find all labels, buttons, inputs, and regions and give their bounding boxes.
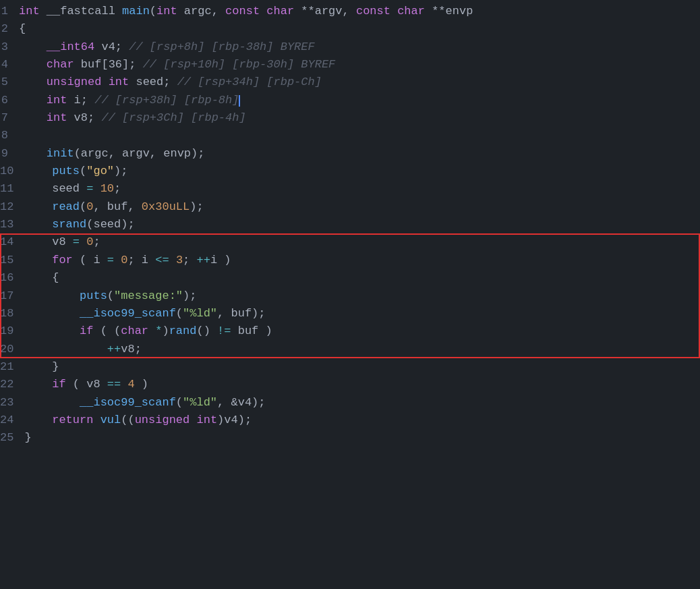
- line-number: 21: [0, 358, 24, 376]
- token-plain: ( (: [93, 325, 121, 337]
- token-kw: int: [47, 111, 67, 124]
- token-plain: seed;: [129, 76, 177, 88]
- token-plain: ((: [121, 414, 134, 426]
- token-comment: // [rsp+38h] [rbp-8h]: [94, 94, 239, 107]
- token-plain: [121, 378, 127, 391]
- line-number: 5: [0, 74, 19, 91]
- line-number: 14: [0, 233, 24, 251]
- token-plain: [19, 58, 47, 71]
- line-content: v8 = 0;: [24, 233, 700, 251]
- token-kw: unsigned: [47, 76, 102, 88]
- token-plain: }: [24, 360, 59, 373]
- token-plain: {: [19, 22, 26, 35]
- line-number: 22: [0, 376, 24, 393]
- token-num: 0: [121, 254, 127, 267]
- token-plain: (: [107, 289, 114, 302]
- code-line: 25}: [0, 429, 700, 447]
- token-plain: (: [80, 165, 86, 177]
- token-kw: char: [121, 325, 148, 337]
- token-plain: [24, 378, 52, 391]
- token-kw: int: [156, 5, 177, 18]
- token-plain: [19, 147, 47, 160]
- token-plain: v8;: [67, 111, 101, 124]
- line-number: 12: [0, 198, 24, 216]
- token-plain: ;: [183, 254, 196, 267]
- token-plain: }: [24, 431, 31, 444]
- token-fn: __isoc99_scanf: [80, 396, 176, 409]
- token-plain: v8: [24, 235, 72, 248]
- token-plain: ): [162, 325, 169, 337]
- token-comment: // [rsp+8h] [rbp-38h] BYREF: [129, 40, 314, 53]
- token-plain: [114, 254, 121, 267]
- token-kw: if: [52, 378, 65, 391]
- token-kw: char: [47, 58, 74, 71]
- token-plain: ;: [93, 235, 100, 248]
- token-plain: [24, 254, 52, 267]
- token-plain: [148, 325, 155, 337]
- token-plain: (): [196, 325, 217, 337]
- token-plain: [19, 111, 47, 124]
- token-comment: // [rsp+34h] [rbp-Ch]: [177, 76, 322, 88]
- token-str: "go": [86, 165, 114, 177]
- token-plain: buf[36];: [74, 58, 143, 71]
- token-cyan: <=: [155, 254, 169, 267]
- token-plain: [390, 5, 397, 18]
- token-plain: argc,: [177, 5, 225, 18]
- token-str-inner: "%ld": [183, 307, 217, 320]
- code-line: 2{: [0, 20, 700, 38]
- code-line: 15 for ( i = 0; i <= 3; ++i ): [0, 252, 700, 269]
- line-content: unsigned int seed; // [rsp+34h] [rbp-Ch]: [19, 74, 700, 91]
- token-cyan: ==: [107, 378, 121, 391]
- code-line: 4 char buf[36]; // [rsp+10h] [rbp-30h] B…: [0, 56, 700, 74]
- token-fn: read: [52, 200, 80, 213]
- line-content: }: [24, 429, 700, 447]
- line-number: 23: [0, 394, 24, 412]
- token-fn: rand: [169, 325, 197, 337]
- token-num: 3: [176, 254, 183, 267]
- code-line: 20 ++v8;: [0, 341, 700, 358]
- code-line: 10 puts("go");: [0, 163, 700, 180]
- line-number: 24: [0, 412, 24, 429]
- token-fn: vul: [100, 414, 121, 426]
- token-fn: __isoc99_scanf: [80, 307, 176, 320]
- line-number: 17: [0, 287, 24, 305]
- token-plain: [169, 254, 176, 267]
- code-line: 17 puts("message:");: [0, 287, 700, 305]
- token-plain: [24, 414, 52, 426]
- token-plain: (: [176, 307, 183, 320]
- code-line: 21 }: [0, 358, 700, 376]
- token-plain: , &v4);: [217, 396, 265, 409]
- code-line: 23 __isoc99_scanf("%ld", &v4);: [0, 394, 700, 412]
- token-plain: ;: [114, 182, 121, 195]
- token-plain: v4;: [94, 40, 129, 53]
- line-number: 15: [0, 252, 24, 269]
- token-plain: [80, 235, 86, 248]
- code-line: 6 int i; // [rsp+38h] [rbp-8h]: [0, 92, 700, 109]
- token-plain: v8;: [121, 343, 142, 356]
- line-content: if ( v8 == 4 ): [24, 376, 700, 393]
- token-comment: // [rsp+3Ch] [rbp-4h]: [101, 111, 245, 124]
- line-number: 13: [0, 216, 24, 233]
- line-number: 7: [0, 109, 19, 127]
- token-fn: puts: [52, 165, 80, 177]
- line-number: 10: [0, 163, 24, 180]
- line-number: 3: [0, 38, 19, 56]
- token-plain: ; i: [127, 254, 155, 267]
- line-content: int i; // [rsp+38h] [rbp-8h]: [19, 92, 700, 109]
- token-kw: const: [356, 5, 390, 18]
- token-plain: [260, 5, 266, 18]
- line-number: 19: [0, 322, 24, 340]
- token-comment: // [rsp+10h] [rbp-30h] BYREF: [143, 58, 336, 71]
- line-content: __int64 v4; // [rsp+8h] [rbp-38h] BYREF: [19, 38, 700, 56]
- token-plain: (seed);: [86, 218, 134, 231]
- code-line: 19 if ( (char *)rand() != buf ): [0, 322, 700, 340]
- token-num: 4: [127, 378, 134, 391]
- line-number: 4: [0, 56, 19, 74]
- token-num: 0x30uLL: [142, 200, 189, 213]
- token-plain: i;: [67, 94, 94, 107]
- token-cyan: *: [155, 325, 162, 337]
- token-cyan: =: [107, 254, 114, 267]
- token-num: 0: [86, 235, 93, 248]
- code-line: 5 unsigned int seed; // [rsp+34h] [rbp-C…: [0, 74, 700, 91]
- line-content: int v8; // [rsp+3Ch] [rbp-4h]: [19, 109, 700, 127]
